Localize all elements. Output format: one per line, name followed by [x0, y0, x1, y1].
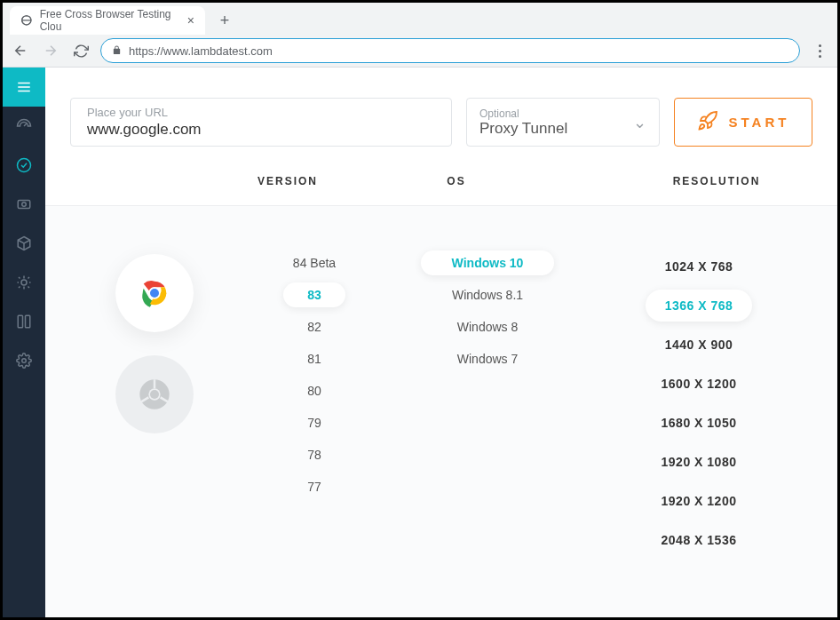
- os-column: Windows 10Windows 8.1Windows 8Windows 7: [390, 242, 585, 600]
- os-option[interactable]: Windows 8: [421, 314, 554, 339]
- sidebar-menu-toggle[interactable]: [3, 68, 45, 107]
- resolution-option[interactable]: 1440 X 900: [646, 329, 753, 361]
- address-bar: https://www.lambdatest.com: [3, 35, 837, 67]
- sidebar-screenshot[interactable]: [3, 185, 45, 224]
- app: Place your URL www.google.com Optional P…: [3, 68, 837, 618]
- version-option[interactable]: 78: [283, 442, 345, 467]
- os-option[interactable]: Windows 7: [421, 346, 554, 371]
- svg-point-8: [21, 280, 27, 285]
- reload-button[interactable]: [70, 40, 91, 61]
- start-label: START: [729, 115, 790, 130]
- version-option[interactable]: 79: [283, 410, 345, 435]
- rocket-icon: [697, 110, 718, 135]
- back-button[interactable]: [10, 40, 31, 61]
- resolution-column: 1024 X 7681366 X 7681440 X 9001600 X 120…: [585, 242, 812, 600]
- sidebar-dashboard[interactable]: [3, 107, 45, 146]
- url-input-value: www.google.com: [87, 121, 435, 139]
- svg-line-4: [24, 123, 27, 126]
- forward-button[interactable]: [40, 40, 61, 61]
- svg-rect-9: [18, 315, 22, 328]
- sidebar-integrations[interactable]: [3, 302, 45, 341]
- svg-point-5: [18, 159, 31, 172]
- svg-point-11: [22, 359, 27, 363]
- browser-tab[interactable]: Free Cross Browser Testing Clou ×: [10, 6, 205, 35]
- resolution-option[interactable]: 1600 X 1200: [642, 368, 757, 400]
- tab-strip: Free Cross Browser Testing Clou × +: [3, 3, 837, 35]
- version-option[interactable]: 77: [283, 474, 345, 499]
- resolution-option[interactable]: 2048 X 1536: [642, 524, 757, 556]
- browser-chrome-beta-option[interactable]: [115, 355, 194, 433]
- url-text: https://www.lambdatest.com: [129, 44, 273, 58]
- resolution-option[interactable]: 1920 X 1200: [642, 485, 757, 517]
- svg-rect-10: [26, 315, 30, 328]
- controls-row: Place your URL www.google.com Optional P…: [70, 98, 812, 147]
- url-field[interactable]: https://www.lambdatest.com: [100, 38, 800, 63]
- proxy-label: Optional: [479, 107, 567, 120]
- resolution-option[interactable]: 1680 X 1050: [642, 407, 757, 439]
- lock-icon: [112, 45, 122, 57]
- sidebar-automation[interactable]: [3, 224, 45, 263]
- header-os: OS: [345, 175, 567, 187]
- close-icon[interactable]: ×: [187, 13, 194, 28]
- column-headers: VERSION OS RESOLUTION: [70, 175, 812, 187]
- url-input-placeholder: Place your URL: [87, 106, 435, 119]
- resolution-option[interactable]: 1920 X 1080: [642, 446, 757, 478]
- browser-chrome: Free Cross Browser Testing Clou × + http…: [3, 3, 837, 68]
- url-input[interactable]: Place your URL www.google.com: [70, 98, 452, 147]
- start-button[interactable]: START: [674, 98, 812, 147]
- sidebar-settings[interactable]: [3, 341, 45, 380]
- chrome-grey-icon: [137, 377, 172, 412]
- tab-title: Free Cross Browser Testing Clou: [40, 8, 173, 33]
- new-tab-button[interactable]: +: [212, 8, 237, 33]
- sidebar-issues[interactable]: [3, 263, 45, 302]
- version-option[interactable]: 81: [283, 346, 345, 371]
- svg-rect-6: [18, 201, 30, 209]
- header-version: VERSION: [70, 175, 345, 187]
- chrome-icon: [137, 275, 172, 311]
- main-panel: Place your URL www.google.com Optional P…: [45, 68, 837, 618]
- version-option[interactable]: 82: [283, 314, 345, 339]
- os-option[interactable]: Windows 8.1: [421, 282, 554, 307]
- sidebar-realtime[interactable]: [3, 146, 45, 185]
- header-resolution: RESOLUTION: [567, 175, 812, 187]
- svg-point-7: [22, 203, 27, 207]
- browser-menu-button[interactable]: [809, 44, 830, 58]
- tab-favicon-icon: [20, 13, 33, 28]
- resolution-option[interactable]: 1366 X 768: [646, 290, 753, 322]
- config-section: Place your URL www.google.com Optional P…: [45, 68, 837, 206]
- version-option[interactable]: 84 Beta: [273, 250, 355, 275]
- browser-chrome-option[interactable]: [115, 254, 194, 332]
- version-option[interactable]: 83: [283, 282, 345, 307]
- options-area: 84 Beta83828180797877 Windows 10Windows …: [45, 206, 837, 618]
- version-option[interactable]: 80: [283, 378, 345, 403]
- proxy-value: Proxy Tunnel: [479, 120, 567, 138]
- os-option[interactable]: Windows 10: [421, 250, 554, 275]
- chevron-down-icon: ⌄: [633, 113, 646, 132]
- proxy-select[interactable]: Optional Proxy Tunnel ⌄: [466, 98, 660, 147]
- browser-column: [70, 242, 239, 600]
- svg-point-17: [150, 390, 159, 399]
- resolution-option[interactable]: 1024 X 768: [646, 250, 753, 282]
- version-column: 84 Beta83828180797877: [239, 242, 390, 600]
- sidebar: [3, 68, 45, 618]
